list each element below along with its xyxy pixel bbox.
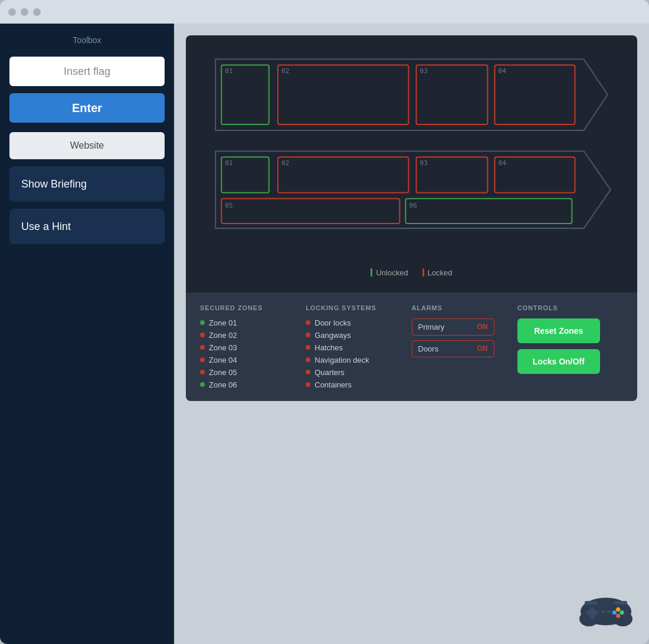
locking-systems-list: Door locks Gangways Hatches Navigat: [306, 318, 402, 389]
app-window: Toolbox Enter Website Show Briefing Use …: [0, 0, 649, 644]
svg-rect-12: [278, 157, 409, 192]
svg-text:06: 06: [409, 202, 417, 209]
alarm-primary: Primary ON: [412, 318, 494, 336]
zone-label: Zone 03: [209, 343, 237, 352]
zone-label: Zone 05: [209, 368, 237, 377]
list-item: Containers: [306, 380, 402, 389]
locking-systems-title: LOCKING SYSTEMS: [306, 304, 402, 311]
system-label: Quarters: [314, 368, 345, 377]
reset-zones-button[interactable]: Reset Zones: [517, 318, 600, 343]
svg-marker-9: [215, 151, 611, 228]
zone-label: Zone 06: [209, 380, 237, 389]
svg-text:02: 02: [281, 159, 289, 167]
ship-panel: 01 02 03 04 01: [186, 35, 637, 293]
system-label: Door locks: [314, 318, 350, 327]
titlebar-dot-maximize: [33, 8, 41, 16]
alarms-section: ALARMS Primary ON Doors ON: [412, 304, 517, 389]
alarm-primary-value: ON: [477, 323, 488, 331]
list-item: Zone 01: [200, 318, 296, 327]
svg-point-29: [612, 610, 617, 615]
controls-section: CONTROLS Reset Zones Locks On/Off: [517, 304, 623, 389]
titlebar: [0, 0, 649, 24]
list-item: Door locks: [306, 318, 402, 327]
system-label: Hatches: [314, 343, 343, 352]
status-dot: [200, 382, 205, 387]
controls-title: CONTROLS: [517, 304, 614, 311]
status-dot: [200, 320, 205, 325]
show-briefing-button[interactable]: Show Briefing: [9, 166, 165, 202]
locks-onoff-button[interactable]: Locks On/Off: [517, 349, 600, 374]
svg-text:01: 01: [225, 67, 232, 75]
unlocked-bar: [371, 268, 372, 277]
ship-diagram: 01 02 03 04 01: [198, 47, 625, 261]
sidebar-title: Toolbox: [73, 35, 101, 45]
alarm-doors-value: ON: [477, 344, 488, 353]
status-dot: [200, 357, 205, 362]
alarm-doors: Doors ON: [412, 340, 494, 357]
alarm-doors-label: Doors: [418, 344, 439, 353]
website-button[interactable]: Website: [9, 132, 165, 159]
svg-rect-31: [602, 610, 605, 613]
alarm-primary-label: Primary: [418, 323, 445, 331]
status-dot: [306, 357, 310, 362]
svg-text:03: 03: [420, 159, 428, 167]
zone-label: Zone 02: [209, 331, 237, 340]
svg-rect-20: [405, 199, 572, 224]
unlocked-label: Unlocked: [376, 268, 408, 277]
status-dot: [200, 370, 205, 374]
legend-unlocked: Unlocked: [371, 268, 408, 277]
svg-marker-0: [215, 59, 608, 130]
status-dot: [306, 320, 310, 325]
window-body: Toolbox Enter Website Show Briefing Use …: [0, 24, 649, 644]
svg-text:01: 01: [225, 159, 232, 167]
svg-text:04: 04: [499, 67, 507, 75]
enter-button[interactable]: Enter: [9, 93, 165, 123]
system-label: Navigation deck: [314, 356, 369, 364]
svg-text:03: 03: [420, 67, 428, 75]
svg-rect-3: [278, 65, 409, 124]
locking-systems-section: LOCKING SYSTEMS Door locks Gangways H: [306, 304, 411, 389]
svg-rect-16: [494, 157, 575, 192]
svg-text:02: 02: [281, 67, 289, 75]
system-label: Containers: [314, 380, 352, 389]
svg-rect-18: [221, 199, 399, 224]
list-item: Hatches: [306, 343, 402, 352]
insert-flag-input[interactable]: [9, 57, 165, 86]
svg-rect-34: [614, 601, 627, 604]
svg-point-28: [620, 610, 624, 615]
svg-text:05: 05: [225, 202, 232, 209]
list-item: Zone 06: [200, 380, 296, 389]
list-item: Gangways: [306, 331, 402, 340]
main-content: 01 02 03 04 01: [174, 24, 649, 644]
zone-label: Zone 01: [209, 318, 237, 327]
svg-text:04: 04: [499, 159, 507, 167]
svg-rect-7: [494, 65, 575, 124]
status-dot: [306, 382, 310, 387]
list-item: Zone 04: [200, 356, 296, 364]
info-panel: SECURED ZONES Zone 01 Zone 02 Zone 03: [186, 293, 637, 401]
system-label: Gangways: [314, 331, 350, 340]
list-item: Quarters: [306, 368, 402, 377]
svg-point-30: [616, 614, 620, 618]
status-dot: [306, 345, 310, 350]
secured-zones-title: SECURED ZONES: [200, 304, 296, 311]
secured-zones-list: Zone 01 Zone 02 Zone 03 Zone 04: [200, 318, 296, 389]
controller-icon: [579, 589, 632, 627]
titlebar-dot-close: [8, 8, 16, 16]
alarms-title: ALARMS: [412, 304, 508, 311]
list-item: Zone 05: [200, 368, 296, 377]
locked-label: Locked: [428, 268, 453, 277]
status-dot: [306, 370, 310, 374]
svg-point-27: [616, 607, 620, 612]
svg-rect-26: [587, 610, 598, 615]
legend-locked: Locked: [422, 268, 453, 277]
svg-rect-33: [585, 601, 598, 604]
list-item: Zone 03: [200, 343, 296, 352]
titlebar-dot-minimize: [21, 8, 28, 16]
status-dot: [200, 333, 205, 337]
secured-zones-section: SECURED ZONES Zone 01 Zone 02 Zone 03: [200, 304, 306, 389]
list-item: Navigation deck: [306, 356, 402, 364]
list-item: Zone 02: [200, 331, 296, 340]
use-hint-button[interactable]: Use a Hint: [9, 209, 165, 244]
status-dot: [200, 345, 205, 350]
